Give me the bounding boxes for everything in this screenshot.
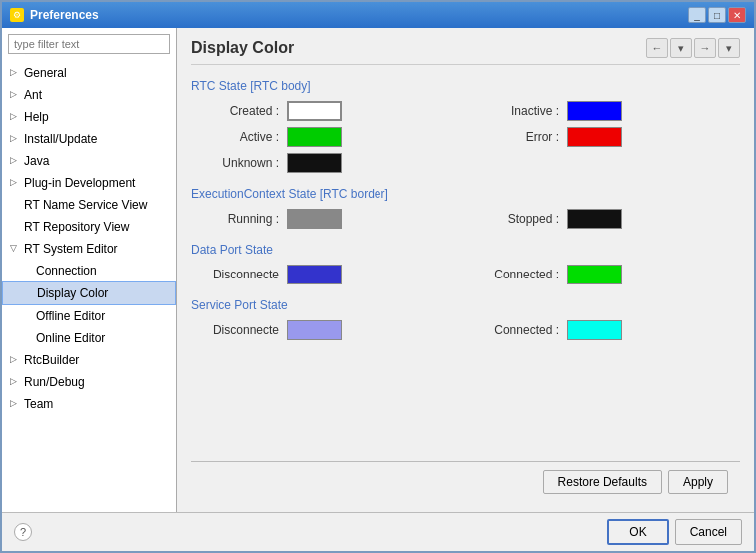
maximize-button[interactable]: □: [708, 7, 726, 23]
data-disconnected-swatch[interactable]: [287, 265, 342, 284]
navigation-buttons: ← ▾ → ▾: [646, 38, 740, 58]
data-disconnected-row: Disconnecte: [199, 265, 459, 284]
active-swatch[interactable]: [287, 127, 342, 147]
data-connected-label: Connected :: [479, 268, 559, 281]
content-area: Display Color ← ▾ → ▾ RTC State [RTC bod…: [177, 28, 754, 512]
stopped-swatch[interactable]: [567, 209, 622, 229]
search-input[interactable]: [8, 34, 170, 54]
content-header: Display Color ← ▾ → ▾: [191, 38, 740, 65]
running-swatch[interactable]: [287, 209, 342, 229]
help-button[interactable]: ?: [14, 523, 32, 541]
sidebar-item-offline-editor[interactable]: Offline Editor: [2, 305, 176, 327]
expand-arrow: [10, 176, 20, 190]
sidebar-item-rt-repository[interactable]: RT Repository View: [2, 216, 176, 238]
inactive-label: Inactive :: [479, 104, 559, 118]
sidebar-item-help[interactable]: Help: [2, 106, 176, 128]
sidebar-item-java[interactable]: Java: [2, 150, 176, 172]
service-connected-row: Connected :: [479, 320, 740, 340]
ok-button[interactable]: OK: [607, 519, 668, 545]
bottom-action-bar: Restore Defaults Apply: [191, 461, 740, 502]
unknown-row: Unknown :: [199, 153, 459, 173]
sidebar-item-plugin-dev[interactable]: Plug-in Development: [2, 172, 176, 194]
running-row: Running :: [199, 209, 459, 229]
stopped-row: Stopped :: [479, 209, 740, 229]
expand-arrow: [10, 154, 20, 168]
forward-dropdown-button[interactable]: ▾: [718, 38, 740, 58]
expand-arrow: [10, 375, 20, 389]
back-dropdown-button[interactable]: ▾: [670, 38, 692, 58]
unknown-swatch[interactable]: [287, 153, 342, 173]
sidebar-item-team[interactable]: Team: [2, 393, 176, 415]
sidebar-item-label: Team: [24, 395, 53, 413]
execution-context-grid: Running : Stopped :: [191, 209, 740, 229]
expand-arrow: [10, 353, 20, 367]
sidebar-item-general[interactable]: General: [2, 62, 176, 84]
data-port-title: Data Port State: [191, 243, 740, 257]
execution-context-section: ExecutionContext State [RTC border] Runn…: [191, 187, 740, 229]
sidebar-item-label: RT Repository View: [24, 218, 129, 236]
sidebar-item-label: Connection: [36, 262, 97, 279]
sidebar-item-label: Plug-in Development: [24, 174, 135, 192]
sidebar-item-rt-system-editor[interactable]: RT System Editor: [2, 238, 176, 260]
inactive-row: Inactive :: [479, 101, 740, 121]
execution-context-title: ExecutionContext State [RTC border]: [191, 187, 740, 201]
service-connected-swatch[interactable]: [567, 320, 622, 340]
sidebar-item-label: Help: [24, 108, 49, 126]
sidebar-item-label: Online Editor: [36, 329, 105, 347]
cancel-button[interactable]: Cancel: [675, 519, 742, 545]
service-disconnected-swatch[interactable]: [287, 320, 342, 340]
active-row: Active :: [199, 127, 459, 147]
stopped-label: Stopped :: [479, 212, 559, 226]
sidebar-item-display-color[interactable]: Display Color: [2, 281, 176, 305]
expand-arrow: [10, 88, 20, 102]
dialog-bar: ? OK Cancel: [2, 512, 754, 551]
sidebar-item-label: Java: [24, 152, 49, 170]
close-button[interactable]: ✕: [728, 7, 746, 23]
inactive-swatch[interactable]: [567, 101, 622, 121]
rtc-state-section: RTC State [RTC body] Created : Inactive …: [191, 79, 740, 173]
created-swatch[interactable]: [287, 101, 342, 121]
forward-button[interactable]: →: [694, 38, 716, 58]
running-label: Running :: [199, 212, 279, 226]
tree-area: General Ant Help Install/Update Java: [2, 60, 176, 512]
sidebar: General Ant Help Install/Update Java: [2, 28, 177, 512]
created-row: Created :: [199, 101, 459, 121]
service-disconnected-label: Disconnecte: [199, 323, 279, 337]
data-port-section: Data Port State Disconnecte Connected :: [191, 243, 740, 284]
expand-arrow: [10, 132, 20, 146]
service-connected-label: Connected :: [479, 323, 559, 337]
data-disconnected-label: Disconnecte: [199, 268, 279, 281]
sidebar-item-install-update[interactable]: Install/Update: [2, 128, 176, 150]
expand-arrow: [10, 110, 20, 124]
error-swatch[interactable]: [567, 127, 622, 147]
rtc-state-title: RTC State [RTC body]: [191, 79, 740, 93]
rtc-state-grid: Created : Inactive : Active : Error :: [191, 101, 740, 173]
main-area: General Ant Help Install/Update Java: [2, 28, 754, 512]
title-bar: ⚙ Preferences _ □ ✕: [2, 2, 754, 28]
sidebar-item-label: Run/Debug: [24, 373, 85, 391]
restore-defaults-button[interactable]: Restore Defaults: [543, 470, 662, 494]
expand-arrow: [10, 242, 20, 256]
placeholder-row: [479, 153, 740, 173]
created-label: Created :: [199, 104, 279, 118]
sidebar-item-label: Offline Editor: [36, 307, 105, 325]
data-port-grid: Disconnecte Connected :: [191, 265, 740, 284]
service-disconnected-row: Disconnecte: [199, 320, 459, 340]
active-label: Active :: [199, 130, 279, 144]
sidebar-item-online-editor[interactable]: Online Editor: [2, 327, 176, 349]
data-connected-swatch[interactable]: [567, 265, 622, 284]
data-connected-row: Connected :: [479, 265, 740, 284]
service-port-title: Service Port State: [191, 298, 740, 312]
sidebar-item-label: Ant: [24, 86, 42, 104]
sidebar-item-rtc-builder[interactable]: RtcBuilder: [2, 349, 176, 371]
sidebar-item-label: RtcBuilder: [24, 351, 79, 369]
sidebar-item-connection[interactable]: Connection: [2, 260, 176, 281]
minimize-button[interactable]: _: [688, 7, 706, 23]
error-row: Error :: [479, 127, 740, 147]
apply-button[interactable]: Apply: [668, 470, 728, 494]
sidebar-item-rt-name-service[interactable]: RT Name Service View: [2, 194, 176, 216]
sidebar-item-ant[interactable]: Ant: [2, 84, 176, 106]
sidebar-item-run-debug[interactable]: Run/Debug: [2, 371, 176, 393]
back-button[interactable]: ←: [646, 38, 668, 58]
window-icon: ⚙: [10, 8, 24, 22]
